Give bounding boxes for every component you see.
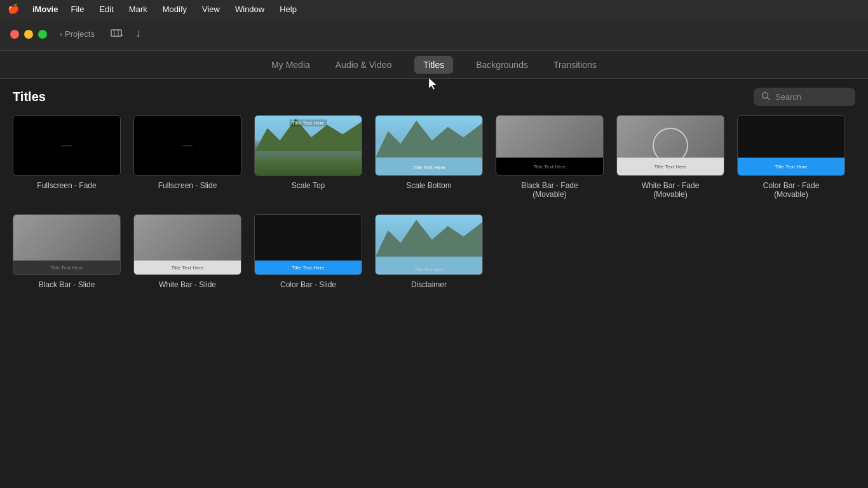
svg-marker-7 xyxy=(376,121,482,158)
search-input[interactable] xyxy=(775,92,848,102)
content-header: Titles xyxy=(0,79,868,115)
thumb-scale-bottom[interactable]: Title Text Here Scale Bottom xyxy=(375,115,483,199)
app-name: iMovie xyxy=(32,4,58,14)
tab-navigation: My Media Audio & Video Titles Background… xyxy=(0,51,868,79)
maximize-button[interactable] xyxy=(38,30,47,39)
tab-titles[interactable]: Titles xyxy=(414,56,453,74)
menu-edit[interactable]: Edit xyxy=(97,3,116,15)
search-box[interactable] xyxy=(754,88,855,106)
menu-bar: 🍎 iMovie File Edit Mark Modify View Wind… xyxy=(0,0,868,18)
thumb-white-bar-fade-label: White Bar - Fade(Movable) xyxy=(642,181,700,199)
thumb-color-bar-fade-label: Color Bar - Fade(Movable) xyxy=(763,181,820,199)
menu-window[interactable]: Window xyxy=(233,3,267,15)
thumb-white-bar-slide-label: White Bar - Slide xyxy=(159,280,216,289)
tab-audio-video[interactable]: Audio & Video xyxy=(333,55,394,75)
tab-transitions[interactable]: Transitions xyxy=(551,55,599,75)
timeline-icon[interactable] xyxy=(107,24,125,44)
back-projects-button[interactable]: ‹ Projects xyxy=(60,29,95,39)
thumb-color-bar-slide-label: Color Bar - Slide xyxy=(280,280,336,289)
apple-menu[interactable]: 🍎 xyxy=(8,3,20,15)
thumbnail-row-2: Title Text Here Black Bar - Slide Title … xyxy=(13,214,855,289)
svg-rect-0 xyxy=(111,30,121,36)
thumb-black-bar-slide[interactable]: Title Text Here Black Bar - Slide xyxy=(13,214,121,289)
thumbnails-container: — Fullscreen - Fade — Fullscreen - Slide xyxy=(0,115,868,289)
traffic-lights xyxy=(10,30,47,39)
menu-view[interactable]: View xyxy=(200,3,222,15)
minimize-button[interactable] xyxy=(24,30,33,39)
thumb-scale-top-label: Scale Top xyxy=(292,181,325,190)
thumb-black-bar-slide-label: Black Bar - Slide xyxy=(39,280,95,289)
thumb-color-bar-fade[interactable]: Title Text Here Color Bar - Fade(Movable… xyxy=(737,115,845,199)
menu-mark[interactable]: Mark xyxy=(126,3,150,15)
thumb-color-bar-slide[interactable]: Title Text Here Color Bar - Slide xyxy=(254,214,362,289)
thumb-scale-top[interactable]: Title Text Here Scale Top xyxy=(254,115,362,199)
svg-line-5 xyxy=(768,98,770,100)
thumb-white-bar-fade[interactable]: Title Text Here White Bar - Fade(Movable… xyxy=(616,115,724,199)
thumb-disclaimer[interactable]: Title Text Here Disclaimer xyxy=(375,214,483,289)
back-projects-label: Projects xyxy=(65,29,95,39)
search-icon xyxy=(761,92,770,102)
download-icon[interactable]: ↓ xyxy=(133,24,144,44)
thumb-disclaimer-label: Disclaimer xyxy=(411,280,447,289)
thumb-scale-bottom-label: Scale Bottom xyxy=(406,181,451,190)
thumb-fullscreen-fade-label: Fullscreen - Fade xyxy=(37,181,96,190)
thumb-fullscreen-fade[interactable]: — Fullscreen - Fade xyxy=(13,115,121,199)
tab-my-media[interactable]: My Media xyxy=(269,55,313,75)
title-bar: ‹ Projects ↓ xyxy=(0,18,868,51)
title-bar-icons: ↓ xyxy=(107,24,144,44)
thumb-white-bar-slide[interactable]: Title Text Here White Bar - Slide xyxy=(133,214,241,289)
tab-backgrounds[interactable]: Backgrounds xyxy=(473,55,531,75)
close-button[interactable] xyxy=(10,30,19,39)
page-title: Titles xyxy=(13,90,46,104)
back-chevron-icon: ‹ xyxy=(60,30,62,39)
svg-marker-8 xyxy=(376,220,482,257)
thumb-black-bar-fade[interactable]: Title Text Here Black Bar - Fade(Movable… xyxy=(496,115,604,199)
menu-modify[interactable]: Modify xyxy=(160,3,189,15)
menu-help[interactable]: Help xyxy=(277,3,299,15)
thumb-black-bar-fade-label: Black Bar - Fade(Movable) xyxy=(521,181,578,199)
thumb-fullscreen-slide-label: Fullscreen - Slide xyxy=(158,181,217,190)
thumbnail-row-1: — Fullscreen - Fade — Fullscreen - Slide xyxy=(13,115,855,199)
menu-file[interactable]: File xyxy=(68,3,86,15)
thumb-fullscreen-slide[interactable]: — Fullscreen - Slide xyxy=(133,115,241,199)
